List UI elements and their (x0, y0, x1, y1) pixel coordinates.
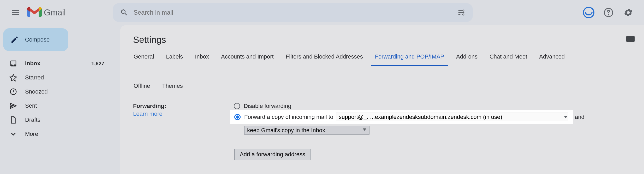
svg-point-1 (608, 14, 609, 15)
sidebar-item-inbox[interactable]: Inbox 1,627 (0, 56, 120, 71)
sidebar-item-starred[interactable]: Starred (0, 71, 120, 85)
hamburger-icon (11, 8, 20, 17)
help-icon (604, 8, 613, 18)
gear-icon (623, 8, 633, 18)
star-icon (9, 74, 17, 82)
radio-forward-copy[interactable] (234, 114, 241, 120)
gmail-logo-text: Gmail (44, 8, 66, 18)
search-options-button[interactable] (455, 6, 468, 19)
inbox-count: 1,627 (91, 61, 104, 67)
tab-forwarding-pop-imap[interactable]: Forwarding and POP/IMAP (374, 50, 445, 66)
tab-accounts-import[interactable]: Accounts and Import (220, 50, 274, 66)
search-icon (120, 9, 128, 16)
sidebar-item-label: Snoozed (25, 88, 48, 95)
settings-button[interactable] (621, 5, 636, 20)
forwarding-section-label: Forwarding: (133, 103, 234, 109)
sidebar-item-label: Starred (25, 74, 44, 81)
input-tools-icon[interactable] (626, 36, 635, 42)
sidebar-item-snoozed[interactable]: Snoozed (0, 85, 120, 99)
content-panel: Settings General Labels Inbox Accounts a… (120, 25, 644, 174)
tab-offline[interactable]: Offline (133, 79, 151, 95)
sidebar-item-label: Drafts (25, 117, 40, 123)
status-button[interactable] (581, 5, 596, 20)
gmail-logo-icon (27, 7, 42, 18)
main-menu-button[interactable] (6, 3, 25, 22)
gmail-copy-action-select[interactable]: keep Gmail's copy in the Inbox (244, 126, 369, 135)
gmail-logo[interactable]: Gmail (27, 7, 66, 18)
sidebar: Compose Inbox 1,627 Starred Snoozed Sent (0, 25, 120, 174)
clock-icon (9, 88, 17, 96)
settings-tabs: General Labels Inbox Accounts and Import… (133, 50, 634, 95)
sidebar-item-label: More (25, 131, 38, 137)
tab-themes[interactable]: Themes (162, 79, 183, 95)
compose-button[interactable]: Compose (3, 28, 68, 51)
inbox-icon (9, 60, 17, 67)
tab-filters-blocked[interactable]: Filters and Blocked Addresses (285, 50, 363, 66)
and-text: and (575, 114, 585, 120)
tab-labels[interactable]: Labels (165, 50, 183, 66)
forward-address-select[interactable]: support@_. ...examplezendesksubdomain.ze… (336, 113, 568, 121)
file-icon (9, 116, 17, 124)
support-button[interactable] (601, 5, 616, 20)
forward-copy-label: Forward a copy of incoming mail to (244, 114, 333, 120)
tab-chat-meet[interactable]: Chat and Meet (489, 50, 528, 66)
sidebar-item-drafts[interactable]: Drafts (0, 113, 120, 127)
tab-inbox[interactable]: Inbox (194, 50, 210, 66)
search-bar (113, 3, 473, 22)
tab-general[interactable]: General (133, 50, 154, 66)
pencil-icon (10, 36, 19, 44)
disable-forwarding-label: Disable forwarding (244, 103, 291, 109)
sidebar-item-label: Inbox (25, 60, 40, 67)
tab-advanced[interactable]: Advanced (539, 50, 565, 66)
tune-icon (457, 9, 465, 16)
search-input[interactable] (130, 9, 455, 16)
status-smile-icon (583, 7, 594, 18)
tab-addons[interactable]: Add-ons (456, 50, 478, 66)
sidebar-item-more[interactable]: More (0, 127, 120, 141)
add-forwarding-address-button[interactable]: Add a forwarding address (234, 149, 311, 160)
sidebar-item-label: Sent (25, 102, 37, 109)
page-title: Settings (133, 34, 634, 45)
compose-label: Compose (25, 36, 50, 43)
radio-disable-forwarding[interactable] (234, 103, 240, 109)
sidebar-item-sent[interactable]: Sent (0, 99, 120, 113)
search-button[interactable] (118, 6, 130, 19)
learn-more-link[interactable]: Learn more (133, 111, 234, 117)
chevron-down-icon (9, 130, 17, 138)
send-icon (9, 102, 17, 110)
